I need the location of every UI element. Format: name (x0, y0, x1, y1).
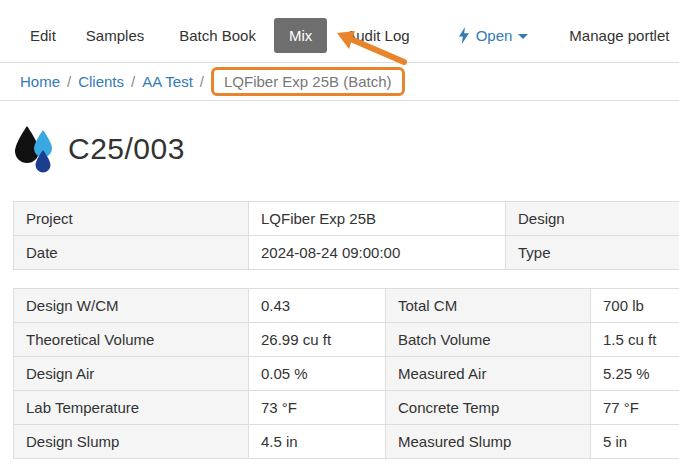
cell-label: Measured Air (386, 357, 591, 391)
cell-label: Concrete Temp (386, 391, 591, 425)
table-row: Design Slump 4.5 in Measured Slump 5 in (14, 425, 679, 459)
info-table: Project LQFiber Exp 25B Design Date 2024… (13, 201, 679, 270)
table-row: Theoretical Volume 26.99 cu ft Batch Vol… (14, 323, 679, 357)
metrics-table: Design W/CM 0.43 Total CM 700 lb Theoret… (13, 288, 679, 459)
breadcrumb-home[interactable]: Home (20, 73, 60, 90)
cell-value: 5.25 % (591, 357, 679, 391)
page-header: C25/003 (13, 118, 679, 180)
breadcrumb-separator: / (67, 73, 71, 90)
page-title: C25/003 (68, 132, 185, 166)
breadcrumb-separator: / (200, 73, 204, 90)
cell-label: Design Air (14, 357, 249, 391)
nav-item-samples[interactable]: Samples (86, 27, 144, 44)
breadcrumb: Home / Clients / AA Test / LQFiber Exp 2… (0, 62, 679, 101)
cell-label: Design Slump (14, 425, 249, 459)
cell-value: 26.99 cu ft (249, 323, 386, 357)
cell-value: 0.05 % (249, 357, 386, 391)
table-row: Lab Temperature 73 °F Concrete Temp 77 °… (14, 391, 679, 425)
breadcrumb-aa-test[interactable]: AA Test (142, 73, 193, 90)
cell-value: 77 °F (591, 391, 679, 425)
table-row: Design W/CM 0.43 Total CM 700 lb (14, 289, 679, 323)
cell-label: Date (14, 236, 249, 270)
cell-value: 73 °F (249, 391, 386, 425)
breadcrumb-clients[interactable]: Clients (78, 73, 124, 90)
table-row: Design Air 0.05 % Measured Air 5.25 % (14, 357, 679, 391)
cell-label: Measured Slump (386, 425, 591, 459)
nav-open-label: Open (476, 27, 513, 44)
cell-value: 2024-08-24 09:00:00 (249, 236, 506, 270)
cell-value: 1.5 cu ft (591, 323, 679, 357)
cell-value: 5 in (591, 425, 679, 459)
cell-label: Theoretical Volume (14, 323, 249, 357)
nav-item-mix[interactable]: Mix (274, 18, 327, 53)
breadcrumb-current-highlight: LQFiber Exp 25B (Batch) (211, 67, 405, 96)
cell-label: Batch Volume (386, 323, 591, 357)
cell-label: Design (506, 202, 679, 236)
cell-label: Total CM (386, 289, 591, 323)
cell-value: LQFiber Exp 25B (249, 202, 506, 236)
table-row: Project LQFiber Exp 25B Design (14, 202, 679, 236)
cell-value: 4.5 in (249, 425, 386, 459)
cell-value: 0.43 (249, 289, 386, 323)
nav-item-batch-book[interactable]: Batch Book (179, 27, 256, 44)
chevron-down-icon (518, 34, 528, 39)
nav-item-edit[interactable]: Edit (30, 27, 56, 44)
top-nav: Edit Samples Batch Book Mix Audit Log Op… (0, 0, 679, 62)
breadcrumb-separator: / (131, 73, 135, 90)
lightning-bolt-icon (458, 27, 470, 44)
cell-label: Design W/CM (14, 289, 249, 323)
cell-label: Type (506, 236, 679, 270)
water-drops-logo-icon (13, 124, 55, 174)
nav-item-audit-log[interactable]: Audit Log (346, 27, 409, 44)
table-row: Date 2024-08-24 09:00:00 Type (14, 236, 679, 270)
cell-value: 700 lb (591, 289, 679, 323)
cell-label: Lab Temperature (14, 391, 249, 425)
nav-item-manage-portlet[interactable]: Manage portlet (569, 27, 669, 44)
nav-open-button[interactable]: Open (458, 27, 529, 44)
cell-label: Project (14, 202, 249, 236)
